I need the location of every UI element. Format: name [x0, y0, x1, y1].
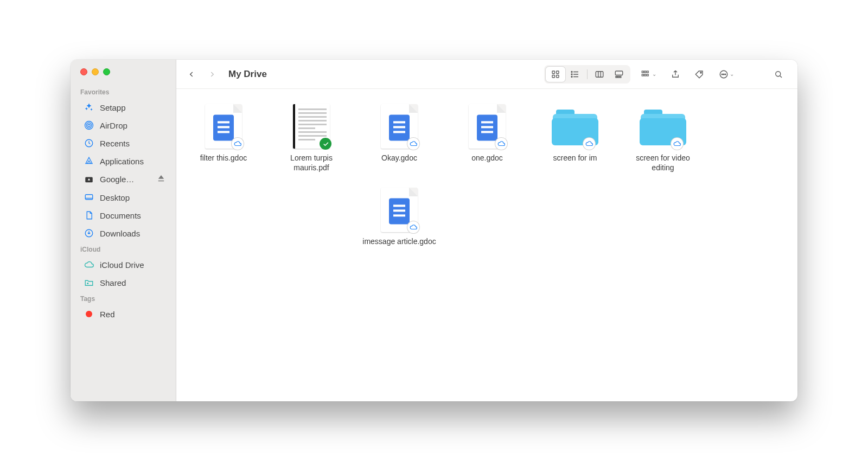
airdrop-icon — [84, 120, 94, 131]
icon-view-button[interactable] — [546, 67, 565, 82]
cloud-badge-icon — [407, 138, 419, 150]
file-grid-area[interactable]: filter this.gdoc Lorem turpis mauris.pdf… — [176, 89, 797, 401]
svg-rect-5 — [85, 195, 93, 200]
file-item[interactable]: Okay.gdoc — [358, 99, 441, 178]
file-item[interactable]: screen for video editing — [621, 99, 705, 178]
file-name: filter this.gdoc — [200, 153, 247, 163]
chevron-down-icon: ⌄ — [730, 71, 734, 77]
list-view-button[interactable] — [565, 67, 585, 82]
file-name: Okay.gdoc — [381, 153, 417, 163]
sidebar-item-airdrop[interactable]: AirDrop — [74, 117, 173, 134]
svg-rect-16 — [615, 71, 623, 75]
file-item[interactable]: one.gdoc — [445, 99, 529, 178]
svg-rect-15 — [596, 71, 603, 77]
gdoc-icon — [376, 185, 423, 232]
file-item[interactable]: screen for im — [533, 99, 617, 178]
back-button[interactable] — [184, 67, 199, 82]
sidebar-section-favorites: Favorites — [71, 85, 176, 98]
sidebar-item-google-drive[interactable]: Google… — [74, 170, 173, 188]
gdoc-icon — [200, 102, 247, 149]
svg-rect-9 — [557, 71, 559, 74]
sidebar-item-setapp[interactable]: Setapp — [74, 99, 173, 116]
svg-point-14 — [571, 76, 572, 77]
sidebar-item-downloads[interactable]: Downloads — [74, 225, 173, 242]
svg-point-30 — [725, 74, 726, 75]
cloud-badge-icon — [671, 138, 683, 150]
file-name: Lorem turpis mauris.pdf — [273, 153, 349, 172]
sidebar-item-label: Shared — [100, 278, 166, 287]
document-icon — [84, 210, 94, 221]
sidebar-item-label: Setapp — [100, 103, 166, 112]
file-name: one.gdoc — [471, 153, 503, 163]
sidebar-item-desktop[interactable]: Desktop — [74, 189, 173, 206]
view-mode-group — [544, 65, 630, 84]
svg-rect-17 — [616, 76, 617, 77]
setapp-icon — [84, 102, 94, 113]
cloud-badge-icon — [583, 138, 595, 150]
close-window-button[interactable] — [80, 68, 87, 75]
shared-folder-icon — [84, 277, 94, 288]
svg-rect-10 — [552, 75, 555, 78]
folder-icon — [552, 102, 598, 149]
sidebar-item-documents[interactable]: Documents — [74, 207, 173, 224]
file-name: imessage article.gdoc — [362, 236, 436, 246]
column-view-button[interactable] — [590, 67, 609, 82]
file-item[interactable]: imessage article.gdoc — [358, 182, 441, 252]
sidebar-item-label: Desktop — [100, 193, 166, 202]
share-button[interactable] — [666, 67, 685, 82]
gallery-view-button[interactable] — [609, 67, 629, 82]
svg-rect-19 — [620, 76, 621, 77]
sidebar-item-shared[interactable]: Shared — [74, 274, 173, 291]
sidebar-item-label: Google… — [100, 175, 151, 184]
gdoc-icon — [464, 102, 510, 149]
file-name: screen for im — [553, 153, 597, 163]
svg-rect-11 — [557, 75, 559, 78]
window-controls — [71, 65, 176, 85]
sidebar-item-applications[interactable]: Applications — [74, 152, 173, 170]
group-by-button[interactable]: ⌄ — [636, 67, 661, 82]
svg-point-31 — [776, 71, 781, 76]
eject-icon[interactable] — [156, 174, 166, 185]
svg-point-28 — [722, 74, 723, 75]
cloud-badge-icon — [232, 138, 244, 150]
folder-icon — [640, 102, 686, 149]
more-actions-button[interactable]: ⌄ — [714, 67, 739, 82]
file-item[interactable]: Lorem turpis mauris.pdf — [270, 99, 353, 178]
sidebar-item-recents[interactable]: Recents — [74, 135, 173, 152]
sidebar-tag-red[interactable]: Red — [74, 305, 173, 323]
pdf-icon — [288, 102, 335, 149]
sidebar-section-tags: Tags — [71, 292, 176, 305]
desktop-icon — [84, 192, 94, 203]
forward-button[interactable] — [205, 67, 220, 82]
cloud-badge-icon — [495, 138, 507, 150]
svg-point-26 — [700, 72, 701, 73]
search-button[interactable] — [769, 67, 788, 82]
file-item[interactable]: filter this.gdoc — [182, 99, 265, 178]
tags-button[interactable] — [690, 67, 709, 82]
fullscreen-window-button[interactable] — [103, 68, 110, 75]
svg-point-7 — [87, 283, 88, 284]
gdoc-icon — [376, 102, 423, 149]
sidebar-item-label: AirDrop — [100, 121, 166, 130]
svg-rect-21 — [644, 71, 646, 73]
sidebar-item-icloud-drive[interactable]: iCloud Drive — [74, 256, 173, 273]
sidebar-item-label: Downloads — [100, 229, 166, 238]
sidebar-item-label: Documents — [100, 211, 166, 220]
minimize-window-button[interactable] — [92, 68, 99, 75]
synced-check-icon — [320, 138, 331, 150]
svg-point-13 — [571, 74, 572, 75]
sidebar: Favorites Setapp AirDrop Recents — [71, 60, 176, 401]
svg-point-0 — [88, 124, 91, 127]
location-title: My Drive — [228, 69, 267, 80]
svg-rect-8 — [552, 71, 555, 74]
svg-rect-18 — [618, 76, 619, 77]
svg-rect-25 — [647, 74, 648, 76]
file-name: screen for video editing — [625, 153, 701, 172]
chevron-down-icon: ⌄ — [652, 71, 656, 77]
finder-window: Favorites Setapp AirDrop Recents — [71, 60, 797, 401]
main-pane: My Drive — [176, 60, 797, 401]
svg-rect-23 — [642, 74, 643, 76]
svg-rect-20 — [642, 71, 643, 73]
cloud-icon — [84, 259, 94, 270]
svg-point-12 — [571, 71, 572, 72]
